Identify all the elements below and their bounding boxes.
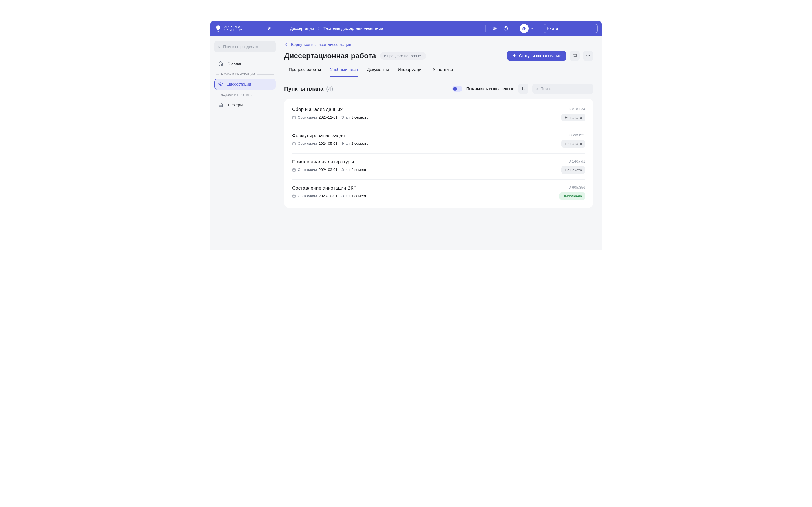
svg-point-8 bbox=[588, 55, 589, 56]
section-title: Пункты плана bbox=[284, 86, 323, 92]
search-icon bbox=[536, 87, 538, 91]
svg-point-0 bbox=[493, 29, 494, 30]
tab-3[interactable]: Информация bbox=[398, 67, 424, 76]
svg-point-7 bbox=[587, 55, 587, 56]
sidebar-search[interactable] bbox=[214, 41, 276, 52]
nav-item-home[interactable]: Главная bbox=[214, 58, 276, 69]
calendar-icon bbox=[292, 168, 296, 172]
row-due: Срок сдачи 2025-12-01 bbox=[292, 115, 338, 119]
user-menu[interactable]: ИИ bbox=[520, 24, 534, 33]
tabs: Процесс работыУчебный планДокументыИнфор… bbox=[284, 67, 593, 77]
svg-rect-14 bbox=[293, 194, 296, 197]
primary-button-label: Статус и согласование bbox=[519, 54, 561, 58]
topbar: SECHENOVUNIVERSITY Диссертации Тестовая … bbox=[210, 21, 602, 36]
row-id: ID 60fd356 bbox=[567, 185, 585, 189]
row-stage: Этап 2 семестр bbox=[342, 168, 368, 172]
sidebar: ГлавнаяНАУКА И ИННОВАЦИИДиссертацииЗАДАЧ… bbox=[210, 36, 280, 250]
brand-logo[interactable]: SECHENOVUNIVERSITY bbox=[214, 24, 242, 33]
back-link-label: Вернуться в список диссертаций bbox=[291, 42, 351, 47]
row-title: Сбор и анализ данных bbox=[292, 107, 561, 112]
row-due: Срок сдачи 2024-03-01 bbox=[292, 168, 338, 172]
show-completed-toggle[interactable] bbox=[452, 86, 462, 92]
bolt-icon bbox=[512, 54, 517, 58]
sort-icon bbox=[521, 87, 525, 91]
global-search[interactable] bbox=[544, 24, 598, 33]
toggle-label: Показывать выполненные bbox=[466, 87, 514, 91]
nav-section: НАУКА И ИННОВАЦИИ bbox=[214, 73, 276, 76]
help-button[interactable] bbox=[501, 24, 510, 33]
breadcrumb-root[interactable]: Диссертации bbox=[290, 26, 314, 31]
section-count: (4) bbox=[326, 86, 333, 92]
chevron-down-icon bbox=[530, 26, 534, 31]
list-search-input[interactable] bbox=[541, 87, 590, 91]
row-status: Не начато bbox=[561, 114, 585, 121]
svg-rect-13 bbox=[293, 168, 296, 171]
nav-section: ЗАДАЧИ И ПРОЕКТЫ bbox=[214, 94, 276, 97]
chat-icon bbox=[572, 53, 577, 58]
settings-sliders-button[interactable] bbox=[490, 24, 499, 33]
page-title: Диссертационная работа bbox=[284, 52, 376, 60]
plan-row[interactable]: Сбор и анализ данных Срок сдачи 2025-12-… bbox=[292, 101, 585, 127]
nav-item-cap[interactable]: Диссертации bbox=[214, 79, 276, 90]
page-status-chip: В процессе написания bbox=[380, 52, 426, 60]
chevron-right-icon bbox=[317, 26, 320, 31]
breadcrumb: Диссертации Тестовая диссертационная тем… bbox=[290, 26, 384, 31]
global-search-input[interactable] bbox=[547, 26, 596, 31]
calendar-icon bbox=[292, 194, 296, 198]
sidebar-search-input[interactable] bbox=[223, 45, 272, 49]
nav-item-briefcase[interactable]: Трекеры bbox=[214, 100, 276, 110]
tab-2[interactable]: Документы bbox=[367, 67, 389, 76]
calendar-icon bbox=[292, 115, 296, 119]
pin-button[interactable] bbox=[265, 24, 274, 33]
more-button[interactable] bbox=[583, 51, 593, 61]
nav-item-label: Трекеры bbox=[227, 103, 243, 107]
svg-rect-11 bbox=[293, 116, 296, 119]
sort-button[interactable] bbox=[518, 83, 528, 94]
row-status: Не начато bbox=[561, 140, 585, 148]
svg-point-5 bbox=[218, 46, 220, 47]
row-status: Выполнена bbox=[559, 192, 585, 200]
svg-point-9 bbox=[589, 55, 590, 56]
svg-rect-12 bbox=[293, 142, 296, 145]
dots-icon bbox=[586, 53, 591, 58]
avatar: ИИ bbox=[520, 24, 529, 33]
status-approval-button[interactable]: Статус и согласование bbox=[507, 51, 566, 61]
back-link[interactable]: Вернуться в список диссертаций bbox=[284, 42, 351, 47]
row-status: Не начато bbox=[561, 166, 585, 174]
plan-row[interactable]: Поиск и анализ литературы Срок сдачи 202… bbox=[292, 154, 585, 180]
breadcrumb-leaf: Тестовая диссертационная тема bbox=[323, 26, 383, 31]
row-id: ID 8ca5b22 bbox=[567, 133, 586, 137]
brand-icon bbox=[214, 24, 222, 33]
row-stage: Этап 2 семестр bbox=[342, 142, 368, 146]
search-icon bbox=[218, 45, 221, 49]
main-content: Вернуться в список диссертаций Диссертац… bbox=[280, 36, 602, 250]
svg-point-2 bbox=[495, 28, 496, 29]
plan-list: Сбор и анализ данных Срок сдачи 2025-12-… bbox=[284, 99, 593, 208]
nav-item-label: Главная bbox=[227, 61, 242, 66]
svg-point-1 bbox=[494, 27, 495, 28]
list-search[interactable] bbox=[532, 83, 593, 94]
brand-name: SECHENOVUNIVERSITY bbox=[224, 25, 242, 32]
plan-row[interactable]: Составление аннотации ВКР Срок сдачи 202… bbox=[292, 180, 585, 206]
tab-4[interactable]: Участники bbox=[433, 67, 453, 76]
tab-0[interactable]: Процесс работы bbox=[289, 67, 321, 76]
briefcase-icon bbox=[218, 103, 223, 108]
row-stage: Этап 1 семестр bbox=[342, 194, 368, 198]
chevron-left-icon bbox=[284, 43, 288, 47]
row-title: Составление аннотации ВКР bbox=[292, 185, 559, 191]
cap-icon bbox=[218, 82, 223, 87]
row-title: Формулирование задач bbox=[292, 133, 561, 138]
plan-row[interactable]: Формулирование задач Срок сдачи 2024-05-… bbox=[292, 127, 585, 154]
svg-point-10 bbox=[536, 88, 538, 89]
row-id: ID 146afd1 bbox=[567, 159, 585, 163]
calendar-icon bbox=[292, 142, 296, 146]
row-stage: Этап 3 семестр bbox=[342, 115, 368, 119]
row-due: Срок сдачи 2023-10-01 bbox=[292, 194, 338, 198]
home-icon bbox=[218, 61, 223, 66]
tab-1[interactable]: Учебный план bbox=[330, 67, 358, 76]
row-due: Срок сдачи 2024-05-01 bbox=[292, 142, 338, 146]
comments-button[interactable] bbox=[569, 51, 580, 61]
row-title: Поиск и анализ литературы bbox=[292, 159, 561, 165]
nav-item-label: Диссертации bbox=[227, 82, 251, 87]
row-id: ID c1d1f34 bbox=[567, 107, 585, 111]
